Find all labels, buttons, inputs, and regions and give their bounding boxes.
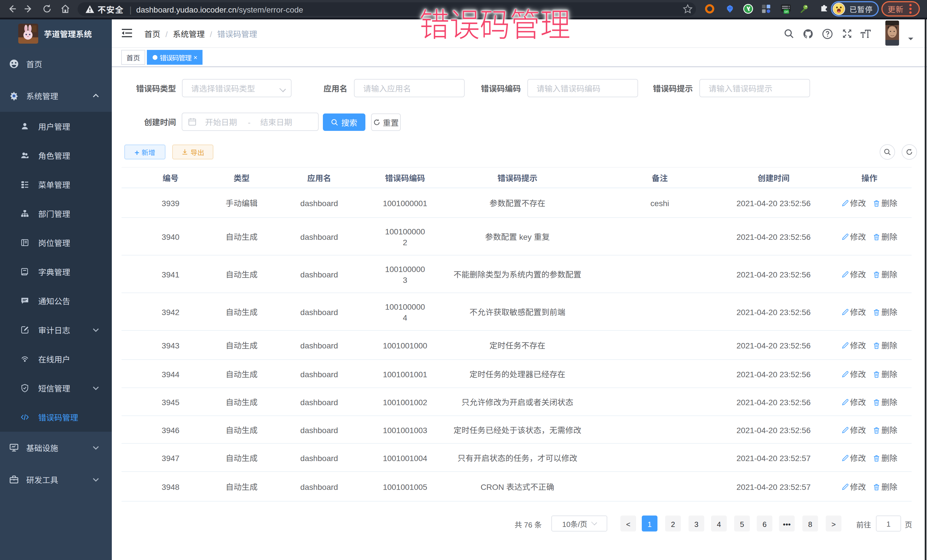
svg-text:on: on [784, 10, 789, 14]
